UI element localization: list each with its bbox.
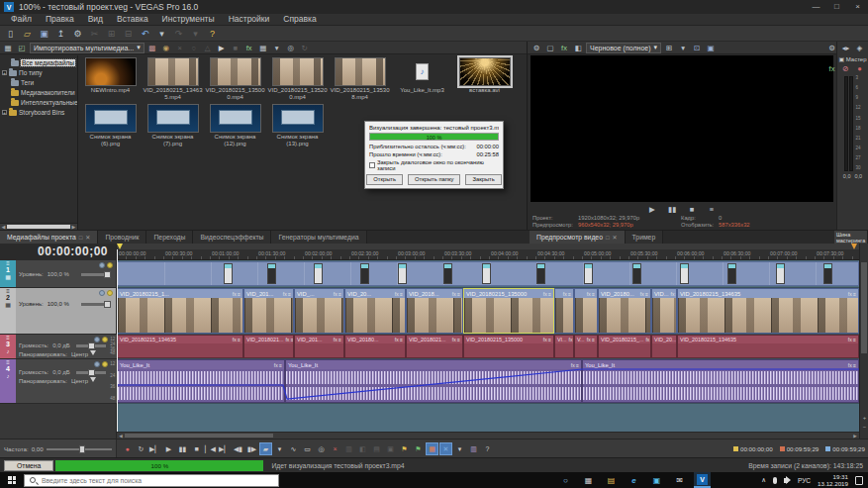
solo-icon[interactable] — [102, 337, 108, 342]
float-panel-icon[interactable]: □ — [606, 235, 610, 241]
pan-knob[interactable] — [90, 377, 96, 385]
tree-item[interactable]: +Storyboard Bins — [0, 107, 77, 117]
auto-ripple-icon[interactable]: ▦ — [426, 442, 438, 455]
timeline-clip[interactable]: VID_20180215_...fx ≡ — [598, 335, 651, 358]
timeline-clip[interactable]: VID...fx ≡ — [651, 288, 677, 334]
media-item[interactable]: вставка.avi — [453, 57, 516, 101]
timeline-clip[interactable]: VID_20180215_134635fx ≡ — [677, 288, 859, 334]
insert-clip[interactable] — [680, 263, 689, 284]
timeline-clip[interactable]: VID_20180215_135000fx ≡ — [463, 335, 554, 358]
preview-properties-icon[interactable]: ⚙ — [530, 43, 542, 53]
time-ruler[interactable]: 00:00:00;0000:00:30;0000:01:00;0000:01:3… — [117, 249, 859, 260]
horizontal-scrollbar[interactable]: ◀ ▶ — [117, 432, 859, 439]
volume-slider[interactable] — [76, 371, 106, 374]
interactive-tutorials-icon[interactable]: ? — [205, 27, 220, 40]
clip-fx-icons[interactable]: fx ≡ — [332, 337, 341, 342]
track-4-color-strip[interactable]: ≡ 4 ♪ — [0, 359, 16, 403]
task-view-icon[interactable]: ▦ — [580, 472, 597, 488]
tree-item[interactable]: Теги — [0, 77, 77, 87]
music-clip[interactable]: You_Like_Itfx ≡ — [582, 359, 859, 403]
split-screen-view-icon[interactable]: ◧ — [572, 43, 584, 53]
scrollbar-thumb[interactable] — [7, 225, 70, 229]
track-header-3[interactable]: ≡ 3 ♪ Громкость: 0,0 дБ Панорами — [0, 335, 116, 359]
insert-clip[interactable] — [482, 263, 491, 284]
solo-icon[interactable] — [102, 361, 108, 367]
close-icon[interactable]: ✕ — [85, 234, 90, 241]
timeline-clip[interactable]: VID_20...fx ≡ — [651, 335, 677, 358]
panel-tab[interactable]: Проводник — [98, 231, 146, 244]
vertical-scrollbar[interactable]: + − — [859, 244, 868, 439]
tree-item[interactable]: Все медиафайлы — [0, 57, 77, 67]
keyboard-language[interactable]: РУС — [798, 477, 811, 484]
menu-item[interactable]: Инструменты — [155, 14, 222, 25]
dim-output-icon[interactable]: ◈ — [854, 43, 866, 53]
envelope-tool-icon[interactable]: ∿ — [287, 442, 300, 455]
track-2-color-strip[interactable]: ≡ 2 ▦ — [0, 288, 16, 334]
edge-icon[interactable]: e — [626, 472, 642, 488]
close-on-finish-checkbox[interactable] — [369, 162, 375, 168]
clip-fx-icons[interactable]: fx ≡ — [569, 362, 579, 368]
panel-tab[interactable]: Видеоспецэффекты — [193, 231, 271, 244]
master-mute-icon[interactable]: ⊘ — [840, 63, 852, 74]
zoom-in-icon[interactable]: + — [860, 414, 868, 423]
pan-knob[interactable] — [90, 350, 96, 358]
track-lane-4[interactable]: You_Like_Itfx ≡You_Like_Itfx ≡You_Like_I… — [117, 359, 859, 404]
insert-clip[interactable] — [536, 263, 545, 284]
close-button[interactable]: × — [847, 0, 868, 14]
start-button[interactable] — [0, 472, 24, 488]
video-output-fx-icon[interactable]: fx — [558, 43, 570, 53]
open-project-icon[interactable]: ▱ — [20, 27, 35, 40]
capture-video-icon[interactable]: ▩ — [146, 43, 158, 53]
undo-icon[interactable]: ↶ — [138, 27, 152, 40]
media-item[interactable]: VID_20180215_135000.mp4 — [204, 57, 266, 101]
clip-fx-icons[interactable]: fx ≡ — [846, 291, 856, 297]
track-lane-3[interactable]: VID_20180215_134635fx ≡VID_2018021...fx … — [117, 335, 859, 359]
master-record-icon[interactable]: ● — [854, 63, 866, 74]
cortana-icon[interactable]: ○ — [557, 472, 574, 488]
panel-tab[interactable]: Переходы — [146, 231, 193, 244]
media-fx-icon[interactable]: fx — [243, 43, 255, 53]
save-snapshot-icon[interactable]: ▣ — [705, 43, 717, 53]
normal-edit-tool-icon[interactable]: ▰ — [259, 442, 272, 455]
level-slider[interactable] — [81, 273, 111, 276]
clip-fx-icons[interactable]: fx ≡ — [231, 291, 241, 297]
insert-clip[interactable] — [443, 263, 452, 284]
preview-tab[interactable]: Тример — [626, 231, 664, 244]
zoom-out-icon[interactable]: − — [860, 423, 868, 432]
clip-fx-icons[interactable]: fx ≡ — [643, 337, 650, 342]
scripting-tool-icon[interactable]: ▥ — [467, 442, 480, 455]
timeline-clip[interactable]: VID_...fx ≡ — [294, 288, 344, 334]
timeline-clip[interactable]: VID_20180215_134635fx ≡ — [677, 335, 859, 358]
track-1-color-strip[interactable]: ≡ 1 ▦ — [0, 260, 16, 287]
import-media-dropdown[interactable]: Импортировать мультимедиа... ▾ — [30, 43, 145, 53]
panel-tab[interactable]: Медиафайлы проекта□✕ — [0, 231, 98, 244]
zoom-tool-icon[interactable]: ◎ — [315, 442, 328, 455]
level-slider[interactable] — [81, 303, 111, 306]
timeline-clip[interactable]: fx ≡ — [574, 288, 598, 334]
media-item[interactable]: Снимок экрана (6).png — [79, 104, 142, 147]
prev-frame-icon[interactable]: ◀▮ — [232, 442, 244, 455]
timeline-clip[interactable]: VID_2018...fx ≡ — [406, 288, 463, 334]
menu-item[interactable]: Правка — [39, 14, 81, 25]
timeline-clip[interactable]: VID_20...fx ≡ — [344, 288, 406, 334]
copy-snapshot-icon[interactable]: ⊡ — [691, 43, 703, 53]
play-preview-icon[interactable]: ▶ — [646, 204, 658, 215]
timeline-clip[interactable]: VID_201...fx ≡ — [243, 288, 294, 334]
media-item[interactable]: NEWIntro.mp4 — [79, 57, 142, 101]
clip-fx-icons[interactable]: fx ≡ — [283, 337, 293, 342]
menu-item[interactable]: Справка — [276, 14, 323, 25]
microphone-icon[interactable] — [773, 477, 777, 484]
extract-audio-icon[interactable]: ◉ — [160, 43, 172, 53]
ignore-event-grouping-icon[interactable]: ✕ — [439, 442, 452, 455]
timeline-clip[interactable]: V...fx ≡ — [574, 335, 598, 358]
mute-icon[interactable] — [94, 361, 100, 367]
views-icon[interactable]: ▦ — [257, 43, 269, 53]
music-clip[interactable]: You_Like_Itfx ≡ — [117, 359, 285, 403]
insert-clip[interactable] — [314, 263, 323, 284]
media-item[interactable]: VID_20180215_135308.mp4 — [329, 57, 391, 101]
pause-icon[interactable]: ▮▮ — [176, 442, 189, 455]
menu-item[interactable]: Настройки — [222, 14, 277, 25]
media-item[interactable]: Снимок экрана (13).png — [266, 104, 329, 147]
track-lane-2[interactable]: VID_20180215_1...fx ≡VID_201...fx ≡VID_.… — [117, 288, 859, 335]
master-fx-icon[interactable]: fx — [826, 63, 838, 74]
